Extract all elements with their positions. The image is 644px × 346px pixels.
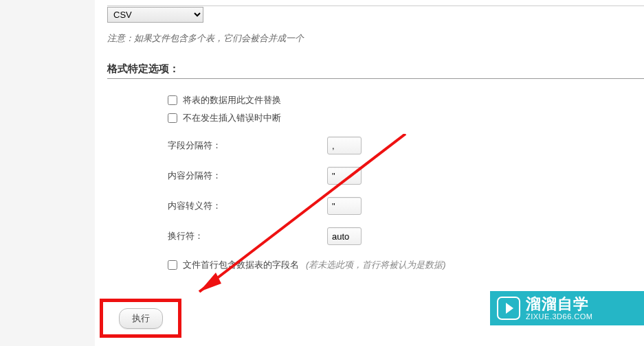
escape-char-row: 内容转义符： (168, 197, 644, 215)
replace-row: 将表的数据用此文件替换 (168, 94, 644, 106)
field-separator-label: 字段分隔符： (168, 139, 327, 152)
section-header: 格式特定选项： (107, 62, 644, 79)
format-select[interactable]: CSV (107, 7, 203, 23)
watermark-brand: 溜溜自学 (526, 296, 592, 312)
line-terminator-label: 换行符： (168, 230, 327, 242)
play-icon (497, 297, 520, 320)
field-separator-row: 字段分隔符： (168, 137, 644, 154)
field-separator-input[interactable] (327, 137, 362, 154)
line-terminator-row: 换行符： (168, 227, 644, 245)
escape-char-label: 内容转义符： (168, 200, 327, 212)
first-row-cols-checkbox[interactable] (168, 260, 177, 270)
first-row-cols-label: 文件首行包含数据表的字段名 (183, 259, 299, 271)
execute-button[interactable]: 执行 (119, 308, 163, 329)
watermark-text: 溜溜自学 ZIXUE.3D66.COM (526, 296, 592, 321)
top-divider (107, 5, 644, 6)
replace-checkbox[interactable] (168, 95, 177, 105)
watermark: 溜溜自学 ZIXUE.3D66.COM (490, 291, 644, 325)
replace-label: 将表的数据用此文件替换 (183, 94, 281, 106)
triangle-icon (506, 303, 513, 314)
watermark-url: ZIXUE.3D66.COM (526, 312, 592, 321)
content-separator-input[interactable] (327, 167, 362, 185)
first-row-cols-hint: (若未选此项，首行将被认为是数据) (306, 259, 446, 271)
content-separator-row: 内容分隔符： (168, 167, 644, 185)
noabort-label: 不在发生插入错误时中断 (183, 112, 281, 124)
first-row-cols-row: 文件首行包含数据表的字段名 (若未选此项，首行将被认为是数据) (168, 259, 644, 271)
noabort-row: 不在发生插入错误时中断 (168, 112, 644, 124)
content-separator-label: 内容分隔符： (168, 170, 327, 182)
noabort-checkbox[interactable] (168, 113, 177, 123)
escape-char-input[interactable] (327, 197, 362, 215)
left-gutter (0, 0, 95, 346)
format-options: 将表的数据用此文件替换 不在发生插入错误时中断 字段分隔符： 内容分隔符： 内容… (107, 94, 644, 271)
multi-table-note: 注意：如果文件包含多个表，它们会被合并成一个 (107, 32, 644, 45)
execute-highlight-box: 执行 (100, 299, 181, 338)
line-terminator-input[interactable] (327, 227, 362, 245)
